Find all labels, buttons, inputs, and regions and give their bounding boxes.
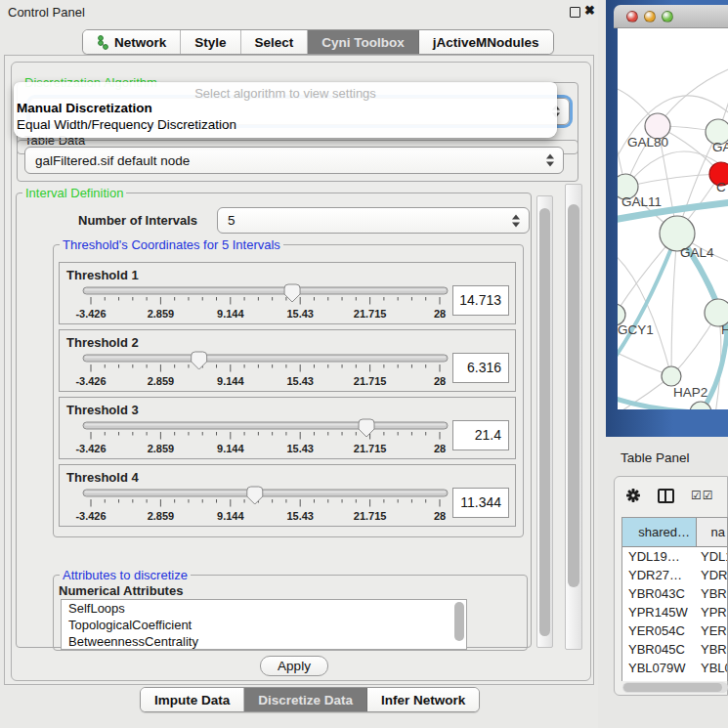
attributes-group-label: Attributes to discretize <box>60 568 191 582</box>
network-canvas[interactable]: GAL80GACGAL11GAL4GCY1HHAP2 <box>618 28 728 409</box>
tab-select[interactable]: Select <box>241 30 309 54</box>
tab-network[interactable]: Network <box>83 30 181 54</box>
number-of-intervals-combobox[interactable]: 5 <box>217 207 530 234</box>
table-row[interactable]: YLR345WYLR3 <box>622 677 727 681</box>
svg-text:-3.426: -3.426 <box>75 375 106 387</box>
threshold-value-input[interactable]: 14.713 <box>452 285 509 316</box>
threshold-value-input[interactable]: 6.316 <box>452 353 509 383</box>
bottom-tabbar: Impute DataDiscretize DataInfer Network <box>140 687 480 712</box>
svg-text:-3.426: -3.426 <box>75 510 106 522</box>
attribute-list-item[interactable]: SelfLoops <box>62 600 466 617</box>
spinner-icon <box>512 214 520 227</box>
list-scrollbar-thumb[interactable] <box>454 602 464 641</box>
top-tabbar: NetworkStyleSelectCyni ToolboxjActiveMNo… <box>82 29 554 55</box>
table-row[interactable]: YER054CYER0 <box>622 621 727 640</box>
threshold-panel: Threshold 3 -3.4262.8599.14415.4321.7152… <box>59 397 516 459</box>
attribute-list-item[interactable]: BetweennessCentrality <box>62 633 466 650</box>
tab-jactivemnodules[interactable]: jActiveMNodules <box>419 30 553 54</box>
tab-label: jActiveMNodules <box>433 35 539 50</box>
popup-item[interactable]: Equal Width/Frequency Discretization <box>17 117 236 132</box>
svg-text:15.43: 15.43 <box>286 510 314 522</box>
tab-style[interactable]: Style <box>181 30 240 54</box>
minimize-light[interactable] <box>644 11 656 22</box>
cell-shared-name: YLR345W <box>622 677 697 681</box>
close-icon[interactable]: ✖ <box>584 3 595 18</box>
tab-discretize-data[interactable]: Discretize Data <box>244 688 367 711</box>
tab-label: Impute Data <box>154 693 230 707</box>
column-header-shared-name[interactable]: shared… <box>622 518 697 546</box>
close-light[interactable] <box>626 11 638 22</box>
numerical-attributes-list[interactable]: SelfLoopsTopologicalCoefficientBetweenne… <box>61 599 467 650</box>
control-panel: Control Panel ✖ NetworkStyleSelectCyni T… <box>0 0 598 728</box>
cell-shared-name: YER054C <box>622 621 697 640</box>
zoom-light[interactable] <box>662 11 673 22</box>
threshold-slider[interactable]: -3.4262.8599.14415.4321.71528 <box>64 486 454 525</box>
number-of-intervals-value: 5 <box>228 213 236 228</box>
tab-infer-network[interactable]: Infer Network <box>367 688 479 711</box>
inner-scrollbar-thumb[interactable] <box>539 208 550 636</box>
apply-button[interactable]: Apply <box>260 656 328 676</box>
threshold-slider[interactable]: -3.4262.8599.14415.4321.71528 <box>64 418 454 457</box>
table-hscrollbar[interactable] <box>622 682 728 693</box>
svg-text:HAP2: HAP2 <box>673 385 707 400</box>
svg-text:GA: GA <box>712 140 728 154</box>
cell-shared-name: YDR27… <box>622 566 697 584</box>
threshold-label: Threshold 4 <box>66 470 139 485</box>
cell-name: YDL1 <box>697 547 727 566</box>
network-window-titlebar <box>614 5 728 28</box>
svg-text:2.859: 2.859 <box>148 375 175 387</box>
table-row[interactable]: YDL19…YDL1 <box>622 547 727 566</box>
panel-title: Control Panel <box>8 5 85 20</box>
svg-text:28: 28 <box>434 308 446 320</box>
cell-name: YPR1 <box>697 603 727 621</box>
tab-label: Cyni Toolbox <box>321 35 405 50</box>
threshold-panel: Threshold 1 -3.4262.8599.14415.4321.7152… <box>59 262 516 324</box>
tab-label: Style <box>194 35 226 50</box>
tab-impute-data[interactable]: Impute Data <box>141 688 244 711</box>
table-panel-toolbar: ☑☑ <box>625 485 714 506</box>
svg-text:9.144: 9.144 <box>217 510 244 522</box>
column-manager-icon[interactable] <box>658 489 674 503</box>
table-hscrollbar-thumb[interactable] <box>623 683 722 692</box>
interval-definition-label: Interval Definition <box>22 186 126 200</box>
svg-text:15.43: 15.43 <box>286 443 314 454</box>
table-row[interactable]: YDR27…YDR2 <box>622 566 727 584</box>
svg-text:28: 28 <box>434 510 446 522</box>
threshold-value-input[interactable]: 11.344 <box>452 488 509 518</box>
popup-hint: Select algorithm to view settings <box>14 86 557 101</box>
table-header-row: shared… na <box>622 518 727 547</box>
inner-scrollbar[interactable] <box>536 195 553 648</box>
outer-scrollbar-thumb[interactable] <box>568 204 579 587</box>
popup-item[interactable]: Manual Discretization <box>17 101 152 115</box>
svg-text:-3.426: -3.426 <box>75 308 106 320</box>
table-row[interactable]: YBL079WYBL0 <box>622 659 727 677</box>
attribute-list-item[interactable]: TopologicalCoefficient <box>62 617 466 633</box>
tab-label: Infer Network <box>381 693 465 707</box>
control-panel-titlebar: Control Panel ✖ <box>0 0 598 23</box>
table-row[interactable]: YPR145WYPR1 <box>622 603 727 621</box>
checkbox-icons[interactable]: ☑☑ <box>691 489 714 502</box>
table-data-combobox[interactable]: galFiltered.sif default node <box>24 147 564 174</box>
gear-icon[interactable] <box>625 488 641 503</box>
tab-cyni-toolbox[interactable]: Cyni Toolbox <box>308 30 419 54</box>
svg-text:21.715: 21.715 <box>354 510 387 522</box>
thresholds-group-label: Threshold's Coordinates for 5 Intervals <box>60 237 283 252</box>
cell-shared-name: YPR145W <box>622 603 697 621</box>
spinner-icon <box>546 154 554 167</box>
cell-name: YBL0 <box>697 659 727 677</box>
threshold-value-input[interactable]: 21.4 <box>452 420 509 450</box>
threshold-panel: Threshold 2 -3.4262.8599.14415.4321.7152… <box>59 329 516 392</box>
table-row[interactable]: YBR043CYBR0 <box>622 584 727 603</box>
float-window-icon[interactable] <box>570 7 580 18</box>
threshold-slider[interactable]: -3.4262.8599.14415.4321.71528 <box>64 283 454 322</box>
threshold-slider[interactable]: -3.4262.8599.14415.4321.71528 <box>64 351 454 390</box>
svg-text:H: H <box>721 322 728 337</box>
outer-scrollbar[interactable] <box>565 184 582 650</box>
node-table[interactable]: shared… na YDL19…YDL1YDR27…YDR2YBR043CYB… <box>621 517 728 681</box>
column-header-name[interactable]: na <box>697 518 727 546</box>
table-row[interactable]: YBR045CYBR0 <box>622 640 727 659</box>
svg-text:2.859: 2.859 <box>148 308 175 320</box>
svg-text:2.859: 2.859 <box>148 443 175 454</box>
cell-name: YLR3 <box>697 677 727 681</box>
svg-text:C: C <box>716 180 726 194</box>
